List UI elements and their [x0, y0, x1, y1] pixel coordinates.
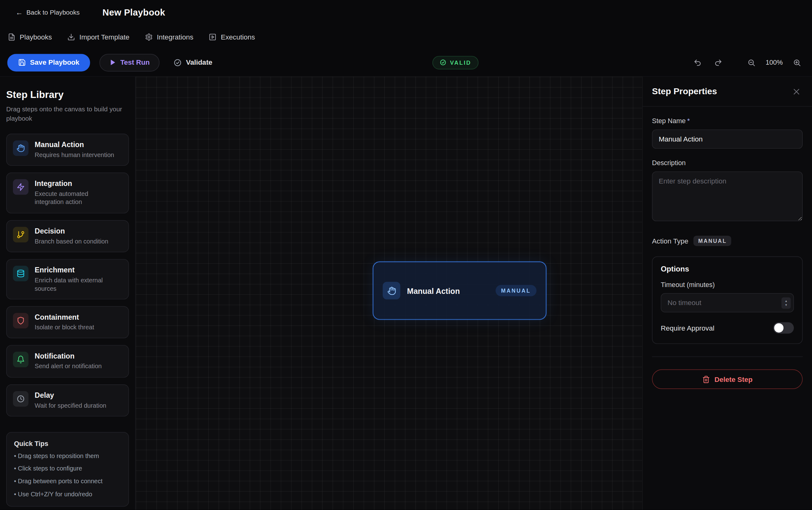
spinner-up-icon: ▴: [785, 299, 787, 303]
zoom-in-button[interactable]: [789, 55, 805, 70]
canvas-controls: 100%: [690, 55, 805, 70]
step-card-text: Containment Isolate or block threat: [35, 313, 94, 332]
panel-title: Step Properties: [652, 86, 717, 96]
quick-tip: • Use Ctrl+Z/Y for undo/redo: [14, 490, 121, 499]
redo-icon: [714, 58, 722, 66]
toggle-knob: [774, 323, 783, 333]
test-run-button[interactable]: Test Run: [99, 54, 160, 71]
step-card-description: Execute automated integration action: [35, 190, 118, 206]
quick-tip: • Drag steps to reposition them: [14, 452, 121, 460]
test-run-label: Test Run: [120, 58, 150, 66]
download-icon: [67, 33, 75, 41]
step-card-containment[interactable]: Containment Isolate or block threat: [6, 306, 129, 339]
timeout-label: Timeout (minutes): [661, 281, 794, 289]
step-card-title: Delay: [35, 391, 106, 399]
step-list: Manual Action Requires human interventio…: [6, 134, 129, 416]
quick-tips-title: Quick Tips: [14, 440, 121, 448]
database-icon: [13, 265, 29, 281]
bell-icon: [13, 352, 29, 368]
step-card-delay[interactable]: Delay Wait for specified duration: [6, 384, 129, 416]
step-card-enrichment[interactable]: Enrichment Enrich data with external sou…: [6, 259, 129, 300]
nav-item-label: Integrations: [157, 33, 193, 41]
description-textarea[interactable]: [652, 171, 803, 221]
step-card-title: Containment: [35, 313, 94, 321]
zoom-level: 100%: [764, 58, 784, 66]
gear-icon: [145, 33, 153, 41]
delete-step-button[interactable]: Delete Step: [652, 369, 803, 389]
step-library-title: Step Library: [6, 89, 129, 101]
nav-item-playbooks[interactable]: Playbooks: [8, 33, 52, 41]
page-title: New Playbook: [103, 7, 165, 18]
nav-item-integrations[interactable]: Integrations: [145, 33, 193, 41]
spinner-down-icon: ▾: [785, 303, 787, 307]
quick-tips-card: Quick Tips • Drag steps to reposition th…: [6, 432, 129, 507]
step-card-text: Integration Execute automated integratio…: [35, 179, 118, 206]
options-title: Options: [661, 265, 794, 273]
main-area: Step Library Drag steps onto the canvas …: [0, 77, 812, 510]
save-playbook-label: Save Playbook: [30, 58, 80, 66]
step-card-title: Notification: [35, 352, 102, 361]
step-name-label-text: Step Name: [652, 117, 686, 125]
undo-button[interactable]: [690, 55, 705, 70]
step-card-notification[interactable]: Notification Send alert or notification: [6, 345, 129, 377]
trash-icon: [702, 375, 710, 383]
screen: ← Back to Playbooks New Playbook Playboo…: [0, 0, 812, 510]
redo-button[interactable]: [710, 55, 726, 70]
shield-icon: [13, 313, 29, 329]
step-name-label: Step Name*: [652, 117, 803, 125]
timeout-spinner[interactable]: ▴ ▾: [782, 297, 791, 309]
step-card-description: Requires human intervention: [35, 151, 114, 159]
step-card-text: Enrichment Enrich data with external sou…: [35, 265, 118, 293]
nav-bar: Playbooks Import Template Integrations E…: [0, 25, 812, 49]
hand-icon: [383, 282, 400, 300]
delete-step-label: Delete Step: [715, 375, 752, 383]
canvas-node-manual-action[interactable]: Manual Action MANUAL: [373, 261, 546, 320]
save-playbook-button[interactable]: Save Playbook: [7, 54, 90, 71]
validation-status-badge: VALID: [432, 56, 479, 69]
step-card-title: Manual Action: [35, 140, 114, 149]
step-card-text: Delay Wait for specified duration: [35, 391, 106, 409]
step-card-description: Enrich data with external sources: [35, 276, 118, 293]
step-card-text: Manual Action Requires human interventio…: [35, 140, 114, 159]
step-name-input[interactable]: [652, 130, 803, 149]
undo-icon: [694, 58, 702, 66]
zoom-out-button[interactable]: [744, 55, 759, 70]
step-card-description: Wait for specified duration: [35, 401, 106, 409]
step-card-description: Isolate or block threat: [35, 323, 94, 332]
step-card-integration[interactable]: Integration Execute automated integratio…: [6, 173, 129, 213]
require-approval-toggle[interactable]: [773, 322, 794, 334]
step-card-manual-action[interactable]: Manual Action Requires human interventio…: [6, 134, 129, 166]
step-card-title: Integration: [35, 179, 118, 188]
options-section: Options Timeout (minutes) ▴ ▾ Require Ap…: [652, 257, 803, 344]
require-approval-row: Require Approval: [661, 322, 794, 334]
hand-icon: [13, 140, 29, 156]
step-card-description: Branch based on condition: [35, 237, 109, 245]
divider: [652, 357, 803, 357]
validate-label: Validate: [186, 58, 212, 66]
save-icon: [18, 58, 26, 66]
playbook-canvas[interactable]: Manual Action MANUAL: [136, 77, 642, 510]
timeout-input[interactable]: [661, 293, 794, 313]
close-icon: [792, 87, 801, 96]
validate-button[interactable]: Validate: [165, 54, 221, 71]
clock-icon: [13, 391, 29, 406]
node-type-badge: MANUAL: [495, 285, 536, 296]
require-approval-label: Require Approval: [661, 324, 715, 332]
step-card-description: Send alert or notification: [35, 362, 102, 371]
nav-item-import-template[interactable]: Import Template: [67, 33, 129, 41]
check-circle-icon: [173, 58, 182, 66]
step-library-subtitle: Drag steps onto the canvas to build your…: [6, 105, 125, 123]
back-to-playbooks-link[interactable]: ← Back to Playbooks: [16, 8, 80, 17]
zoom-in-icon: [793, 58, 801, 66]
timeout-field: ▴ ▾: [661, 293, 794, 313]
step-properties-panel: Step Properties Step Name* Description A…: [642, 77, 812, 510]
close-panel-button[interactable]: [790, 85, 803, 97]
header: ← Back to Playbooks New Playbook: [0, 0, 812, 25]
back-arrow-icon: ←: [16, 8, 23, 17]
step-card-decision[interactable]: Decision Branch based on condition: [6, 220, 129, 252]
check-circle-icon: [440, 59, 446, 66]
panel-body: Step Name* Description Action Type MANUA…: [643, 107, 812, 399]
nav-item-executions[interactable]: Executions: [209, 33, 255, 41]
play-square-icon: [209, 33, 217, 41]
validation-status-label: VALID: [450, 59, 472, 66]
